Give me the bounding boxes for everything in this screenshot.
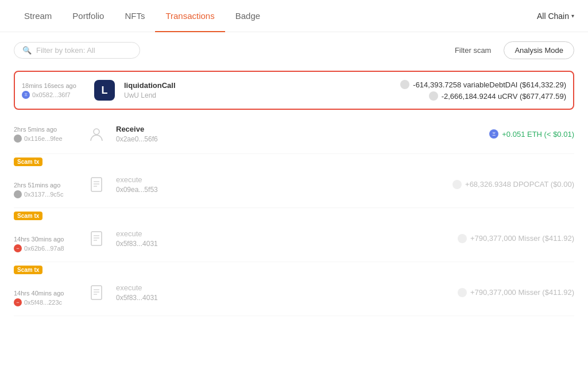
tx-amount: Ξ +0.051 ETH (< $0.01)	[489, 129, 574, 139]
chain-selector-label: All Chain	[537, 11, 569, 21]
tx-hash: − 0x62b6...97a8	[14, 244, 77, 252]
chevron-down-icon: ▾	[571, 13, 574, 19]
tx-meta: 2hrs 5mins ago 0x116e...9fee	[14, 126, 77, 143]
tx-protocol: 0x5f83...4031	[116, 240, 448, 248]
tx-doc-icon	[86, 174, 107, 195]
tx-hash-value: 0x0582...36f7	[32, 91, 71, 98]
search-box[interactable]: 🔍 Filter by token: All	[14, 42, 140, 59]
tx-hash-value: 0x116e...9fee	[24, 135, 63, 142]
svg-rect-5	[91, 232, 102, 245]
tx-hash: Ξ 0x0582...36f7	[22, 91, 85, 99]
tx-protocol: 0x5f83...4031	[116, 294, 448, 302]
tx-info: Receive 0x2ae0...56f6	[116, 125, 480, 143]
chain-icon: −	[14, 244, 22, 252]
tx-hash: 0x116e...9fee	[14, 135, 77, 143]
nav-label-stream: Stream	[24, 11, 52, 21]
search-icon: 🔍	[22, 46, 32, 55]
amount-text: +0.051 ETH (< $0.01)	[502, 130, 574, 139]
tx-doc-icon	[86, 282, 107, 303]
tx-time: 2hrs 5mins ago	[14, 126, 77, 133]
amount-token-icon	[452, 180, 462, 189]
tx-amount: -614,393.7258 variableDebtDAI ($614,332.…	[400, 80, 566, 89]
tx-protocol: 0x09ea...5f53	[116, 186, 443, 194]
chain-icon	[14, 135, 22, 143]
nav-label-badge: Badge	[235, 11, 260, 21]
svg-point-0	[94, 129, 99, 135]
nav-item-stream[interactable]: Stream	[14, 0, 62, 32]
chain-icon	[14, 190, 22, 198]
amount-text: +790,377,000 Misser ($411.92)	[470, 234, 574, 243]
nav-item-badge[interactable]: Badge	[225, 0, 270, 32]
tx-info: liquidationCall UwU Lend	[124, 81, 391, 99]
scam-badge: Scam tx	[14, 158, 42, 166]
tx-meta: 18mins 16secs ago Ξ 0x0582...36f7	[22, 82, 85, 99]
tx-time: 14hrs 30mins ago	[14, 236, 77, 243]
tx-info: execute 0x5f83...4031	[116, 283, 448, 302]
svg-rect-1	[91, 178, 102, 191]
table-row[interactable]: 2hrs 5mins ago 0x116e...9fee Receive 0x2…	[14, 114, 574, 154]
tx-amounts: +68,326.9348 DPOPCAT ($0.00)	[452, 180, 574, 189]
scam-badge: Scam tx	[14, 266, 42, 274]
tx-time: 2hrs 51mins ago	[14, 182, 77, 189]
amount-token-icon	[429, 91, 438, 101]
tx-amount: +790,377,000 Misser ($411.92)	[458, 288, 574, 297]
nav-label-portfolio: Portfolio	[72, 11, 104, 21]
tx-hash: 0x3137...9c5c	[14, 190, 77, 198]
filter-scam-button[interactable]: Filter scam	[449, 43, 497, 58]
tx-meta: 14hrs 30mins ago − 0x62b6...97a8	[14, 224, 77, 252]
tx-meta: 2hrs 51mins ago 0x3137...9c5c	[14, 170, 77, 198]
tx-time: 18mins 16secs ago	[22, 82, 85, 89]
tx-amounts: +790,377,000 Misser ($411.92)	[458, 234, 574, 243]
svg-rect-9	[91, 286, 102, 299]
nav-item-portfolio[interactable]: Portfolio	[62, 0, 114, 32]
search-placeholder: Filter by token: All	[36, 46, 95, 55]
tx-doc-icon	[86, 228, 107, 249]
chain-icon: −	[14, 298, 22, 306]
tx-protocol: 0x2ae0...56f6	[116, 135, 480, 143]
tx-name: execute	[116, 175, 443, 184]
tx-name: execute	[116, 229, 448, 238]
tx-info: execute 0x09ea...5f53	[116, 175, 443, 194]
tx-amounts: +790,377,000 Misser ($411.92)	[458, 288, 574, 297]
nav-item-transactions[interactable]: Transactions	[155, 0, 225, 32]
tx-amount: -2,666,184.9244 uCRV ($677,477.59)	[429, 91, 566, 101]
nav-item-nfts[interactable]: NFTs	[114, 0, 155, 32]
tx-info: execute 0x5f83...4031	[116, 229, 448, 248]
tx-hash-value: 0x3137...9c5c	[24, 191, 64, 198]
eth-chain-icon: Ξ	[22, 91, 30, 99]
top-nav: Stream Portfolio NFTs Transactions Badge…	[0, 0, 588, 32]
tx-amount: +790,377,000 Misser ($411.92)	[458, 234, 574, 243]
tx-protocol: UwU Lend	[124, 91, 391, 99]
tx-amounts: -614,393.7258 variableDebtDAI ($614,332.…	[400, 80, 566, 101]
chain-selector[interactable]: All Chain ▾	[537, 11, 574, 21]
amount-text: +790,377,000 Misser ($411.92)	[470, 288, 574, 297]
tx-name: execute	[116, 283, 448, 292]
amount-text: +68,326.9348 DPOPCAT ($0.00)	[465, 180, 574, 189]
amount-token-icon	[458, 234, 467, 243]
toolbar: 🔍 Filter by token: All Filter scam Analy…	[0, 32, 588, 68]
tx-person-icon	[86, 124, 107, 144]
amount-text: -614,393.7258 variableDebtDAI ($614,332.…	[413, 80, 566, 89]
tx-time: 14hrs 40mins ago	[14, 290, 77, 297]
scam-badge: Scam tx	[14, 212, 42, 220]
table-row[interactable]: Scam tx 2hrs 51mins ago 0x3137...9c5c ex…	[14, 154, 574, 208]
transaction-list: 18mins 16secs ago Ξ 0x0582...36f7 L liqu…	[0, 71, 588, 316]
tx-name: liquidationCall	[124, 81, 391, 90]
tx-name: Receive	[116, 125, 480, 133]
tx-hash: − 0x5f48...223c	[14, 298, 77, 306]
tx-amount: +68,326.9348 DPOPCAT ($0.00)	[452, 180, 574, 189]
amount-token-icon	[458, 288, 467, 297]
analysis-mode-button[interactable]: Analysis Mode	[504, 41, 574, 59]
table-row[interactable]: 18mins 16secs ago Ξ 0x0582...36f7 L liqu…	[14, 71, 574, 110]
nav-label-nfts: NFTs	[125, 11, 145, 21]
amount-token-icon	[400, 80, 409, 89]
eth-icon: Ξ	[489, 129, 498, 139]
table-row[interactable]: Scam tx 14hrs 40mins ago − 0x5f48...223c…	[14, 262, 574, 316]
nav-label-transactions: Transactions	[165, 11, 214, 21]
amount-text: -2,666,184.9244 uCRV ($677,477.59)	[442, 92, 566, 101]
table-row[interactable]: Scam tx 14hrs 30mins ago − 0x62b6...97a8…	[14, 208, 574, 262]
tx-amounts: Ξ +0.051 ETH (< $0.01)	[489, 129, 574, 139]
tx-meta: 14hrs 40mins ago − 0x5f48...223c	[14, 278, 77, 306]
tx-hash-value: 0x62b6...97a8	[24, 245, 64, 252]
tx-protocol-icon: L	[94, 80, 115, 101]
